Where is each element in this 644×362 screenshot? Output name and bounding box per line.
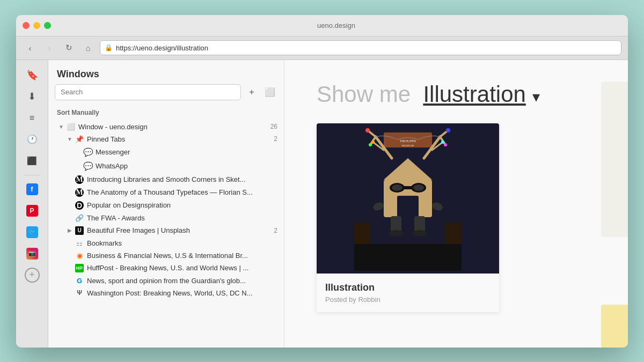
tree-item-huffpost[interactable]: HP HuffPost - Breaking News, U.S. and Wo… (48, 262, 284, 275)
svg-rect-6 (397, 196, 419, 217)
lock-icon: 🔒 (105, 44, 113, 51)
sidebar-reading-btn[interactable]: ≡ (21, 108, 43, 128)
svg-point-28 (389, 230, 404, 237)
home-button[interactable]: ⌂ (80, 40, 96, 55)
tree-item-label: Business & Financial News, U.S & Interna… (87, 252, 284, 260)
svg-point-29 (412, 230, 427, 237)
forward-button[interactable]: › (42, 40, 57, 55)
tree-item-designspiration[interactable]: D Popular on Designspiration (48, 199, 284, 212)
business-icon: ◉ (74, 252, 85, 260)
poster-svg: TROUPIN MUSEUM (354, 126, 462, 271)
svg-point-21 (369, 143, 372, 146)
svg-point-25 (441, 141, 444, 144)
sidebar-tabs-btn[interactable]: ⬛ (21, 151, 43, 171)
tree-item-wapo[interactable]: Ψ Washington Post: Breaking News, World,… (48, 287, 284, 299)
right-edge-card-bottom (601, 305, 628, 348)
dropdown-arrow[interactable]: ▾ (532, 88, 540, 105)
tree-item-window-root[interactable]: ▼ ⬜ Window - ueno.design 26 (48, 121, 284, 133)
tree-item-label: Window - ueno.design (78, 123, 270, 131)
card-info: Illustration Posted by Robbin (317, 274, 499, 312)
minimize-button[interactable] (33, 22, 40, 29)
card-image: TROUPIN MUSEUM (317, 123, 499, 274)
tree-item-label: Beautiful Free Images | Unsplash (87, 226, 274, 234)
fwa-icon: 🔗 (74, 214, 85, 222)
instagram-icon: 📷 (26, 248, 38, 260)
tree-item-business[interactable]: ◉ Business & Financial News, U.S & Inter… (48, 249, 284, 262)
svg-text:TROUPIN: TROUPIN (400, 139, 416, 143)
new-window-button[interactable]: ⬜ (262, 85, 277, 100)
svg-rect-9 (404, 186, 412, 189)
nav-bar: ‹ › ↻ ⌂ 🔒 https://ueno.design/illustrati… (16, 36, 628, 60)
tree-item-pinned-tabs[interactable]: ▼ 📌 Pinned Tabs 2 (48, 133, 284, 145)
back-button[interactable]: ‹ (23, 40, 38, 55)
tree-item-label: HuffPost - Breaking News, U.S. and World… (87, 264, 284, 272)
guardian-icon: G (74, 277, 85, 285)
sidebar-history-btn[interactable]: 🕐 (21, 130, 43, 149)
maximize-button[interactable] (44, 22, 51, 29)
heading-static: Show me (317, 82, 411, 107)
bookmarks-grid-icon: ⚏ (74, 239, 85, 247)
address-bar[interactable]: 🔒 https://ueno.design/illustration (100, 40, 621, 55)
svg-point-23 (446, 128, 450, 132)
sidebar-icons: 🔖 ⬇ ≡ 🕐 ⬛ f P 🐦 (16, 60, 48, 348)
tree-item-unsplash[interactable]: ▶ U Beautiful Free Images | Unsplash 2 (48, 224, 284, 237)
whatsapp-icon: 💬 (83, 161, 93, 171)
tree-item-anatomy-typefaces[interactable]: M The Anatomy of a Thousand Typefaces — … (48, 186, 284, 199)
sidebar-facebook-btn[interactable]: f (21, 180, 43, 199)
sidebar-downloads-btn[interactable]: ⬇ (21, 87, 43, 106)
windows-panel: Windows + ⬜ Sort Manually ▼ ⬜ Window - u… (48, 60, 284, 348)
sidebar-twitter-btn[interactable]: 🐦 (21, 223, 43, 242)
twitter-icon: 🐦 (26, 226, 38, 238)
svg-rect-27 (414, 216, 425, 232)
chevron-down-icon: ▼ (57, 124, 65, 130)
tree-item-fwa[interactable]: 🔗 The FWA - Awards (48, 212, 284, 224)
pin-icon: 📌 (74, 135, 85, 143)
browser-window: ueno.design ‹ › ↻ ⌂ 🔒 https://ueno.desig… (16, 15, 628, 348)
tree-item-bookmarks[interactable]: ⚏ Bookmarks (48, 237, 284, 249)
window-title: ueno.design (51, 21, 621, 29)
svg-rect-26 (391, 216, 401, 232)
history-icon: 🕐 (27, 134, 38, 144)
reading-list-icon: ≡ (30, 113, 34, 123)
page-heading: Show me Illustration ▾ (317, 82, 596, 107)
traffic-lights (23, 22, 51, 29)
tree-item-whatsapp[interactable]: 💬 WhatsApp (48, 159, 284, 173)
svg-point-24 (444, 143, 447, 146)
tree-item-label: News, sport and opinion from the Guardia… (87, 277, 284, 285)
wapo-icon: Ψ (74, 289, 85, 297)
tree-item-label: The Anatomy of a Thousand Typefaces — Fl… (87, 188, 284, 196)
chevron-down-icon: ▼ (65, 136, 74, 142)
svg-point-22 (371, 141, 375, 144)
tree-item-messenger[interactable]: 💬 Messenger (48, 145, 284, 159)
svg-rect-35 (354, 244, 462, 271)
medium-icon: M (74, 175, 85, 184)
search-input[interactable] (55, 84, 241, 100)
download-icon: ⬇ (28, 91, 36, 102)
close-button[interactable] (23, 22, 30, 29)
sidebar-pinterest-btn[interactable]: P (21, 201, 43, 220)
url-text: https://ueno.design/illustration (116, 44, 208, 52)
card-title: Illustration (325, 282, 491, 293)
tree-item-label: Messenger (96, 148, 277, 156)
search-bar-container: + ⬜ (48, 84, 284, 107)
svg-point-10 (392, 184, 402, 191)
tree-item-label: Popular on Designspiration (87, 201, 284, 209)
tree-item-count: 2 (274, 227, 277, 234)
add-tab-button[interactable]: + (244, 85, 259, 100)
tree-item-label: Pinned Tabs (87, 135, 274, 143)
unsplash-icon: U (74, 226, 85, 235)
messenger-icon: 💬 (83, 147, 93, 157)
tree-item-sketch-libraries[interactable]: M Introducing Libraries and Smooth Corne… (48, 173, 284, 186)
tree-item-guardian[interactable]: G News, sport and opinion from the Guard… (48, 275, 284, 287)
svg-point-11 (413, 184, 424, 191)
illustration-card[interactable]: TROUPIN MUSEUM (317, 123, 499, 312)
add-app-button[interactable]: + (25, 268, 40, 283)
chevron-right-icon: ▶ (65, 227, 74, 233)
pinterest-icon: P (26, 205, 38, 217)
tree-item-label: The FWA - Awards (87, 214, 284, 222)
tree-item-count: 26 (270, 123, 277, 130)
sidebar-divider (24, 175, 40, 175)
sidebar-instagram-btn[interactable]: 📷 (21, 244, 43, 263)
reload-button[interactable]: ↻ (61, 40, 76, 55)
sidebar-bookmarks-btn[interactable]: 🔖 (21, 65, 43, 85)
